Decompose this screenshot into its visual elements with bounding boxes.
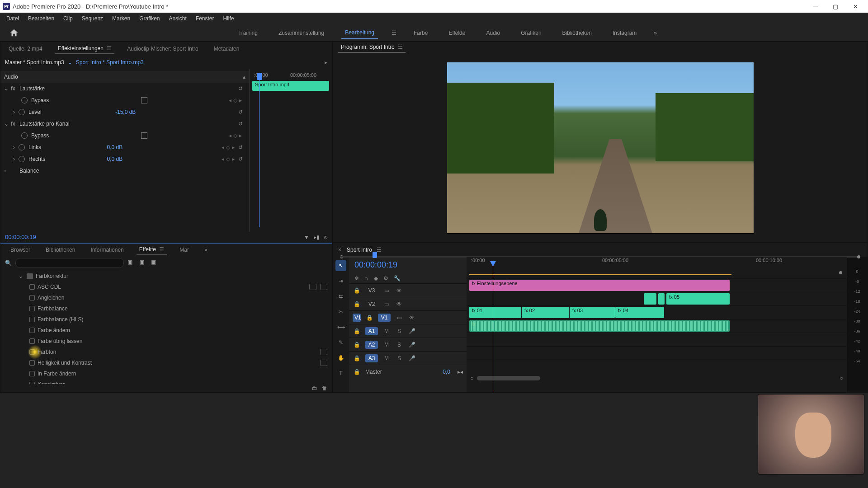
chevron-right-icon[interactable]: › — [13, 144, 19, 150]
tab-program[interactable]: Programm: Sport Intro ☰ — [338, 42, 406, 53]
expand-icon[interactable]: ▸◂ — [458, 369, 463, 375]
pen-tool[interactable]: ✎ — [335, 337, 346, 348]
stopwatch-icon[interactable] — [21, 132, 28, 139]
menu-datei[interactable]: Datei — [2, 14, 24, 23]
mini-playhead[interactable] — [257, 73, 262, 80]
linked-selection-icon[interactable]: ∩ — [364, 275, 368, 282]
delete-icon[interactable]: 🗑 — [322, 385, 327, 391]
workspace-config-icon[interactable]: ☰ — [392, 30, 396, 36]
workspace-audio[interactable]: Audio — [483, 27, 504, 39]
reset-icon[interactable]: ↺ — [238, 156, 245, 162]
tab-menu-icon[interactable]: ☰ — [159, 246, 164, 253]
timeline-hscroll[interactable]: ○○ — [467, 373, 847, 383]
group-lautstaerke-kanal[interactable]: ⌄ fx Lautstärke pro Kanal ↺ — [0, 118, 249, 130]
rechts-value[interactable]: 0,0 dB — [107, 156, 143, 162]
tab-menu-icon[interactable]: ☰ — [107, 45, 112, 52]
menu-ansicht[interactable]: Ansicht — [164, 14, 191, 23]
folder-farbkorrektur[interactable]: ⌄ Farbkorrektur — [0, 271, 332, 282]
track-head-v2[interactable]: 🔒V2▭👁 — [349, 297, 467, 310]
reset-icon[interactable]: ↺ — [238, 144, 245, 150]
filter-icon[interactable]: ▼ — [304, 234, 309, 240]
workspace-farbe[interactable]: Farbe — [410, 27, 431, 39]
reset-icon[interactable]: ↺ — [238, 109, 245, 115]
scrubber-head[interactable] — [373, 252, 377, 258]
track-head-a1[interactable]: 🔒A1MS🎤 — [349, 324, 467, 338]
stopwatch-icon[interactable] — [19, 156, 25, 162]
track-select-tool[interactable]: ⇥ — [335, 276, 346, 286]
workspace-bearbeitung[interactable]: Bearbeitung — [341, 27, 378, 39]
tabs-overflow-icon[interactable]: » — [204, 247, 208, 253]
tab-menu-icon[interactable]: ☰ — [377, 247, 382, 253]
tab-source[interactable]: Quelle: 2.mp4 — [6, 44, 45, 54]
workspace-zusammenstellung[interactable]: Zusammenstellung — [275, 27, 328, 39]
workspace-bibliotheken[interactable]: Bibliotheken — [559, 27, 595, 39]
clip-audio-a1[interactable]: fx — [469, 320, 730, 332]
timeline-timecode[interactable]: 00:00:00:19 — [349, 257, 467, 273]
source-timecode[interactable]: 00:00:00:19 — [0, 232, 41, 242]
chevron-down-icon[interactable]: ⌄ — [4, 85, 9, 92]
group-balance[interactable]: › Balance — [0, 165, 249, 177]
clip-01[interactable]: fx01 — [469, 307, 521, 318]
chevron-down-icon[interactable]: ⌄ — [4, 121, 9, 127]
stopwatch-icon[interactable] — [21, 97, 28, 103]
menu-fenster[interactable]: Fenster — [191, 14, 219, 23]
scroll-up-icon[interactable]: ▴ — [243, 74, 245, 80]
close-button[interactable]: ✕ — [845, 0, 865, 13]
chevron-right-icon[interactable]: › — [13, 156, 19, 162]
workspace-training[interactable]: Training — [235, 27, 261, 39]
reset-icon[interactable]: ↺ — [238, 121, 245, 127]
workspace-effekte[interactable]: Effekte — [445, 27, 469, 39]
new-bin-icon[interactable]: 🗀 — [312, 385, 317, 391]
selection-tool[interactable]: ↖ — [335, 260, 346, 271]
track-head-v3[interactable]: 🔒V3▭👁 — [349, 283, 467, 297]
program-video[interactable] — [333, 53, 868, 243]
effect-farbe-aendern[interactable]: Farbe ändern — [0, 325, 332, 336]
menu-grafiken[interactable]: Grafiken — [135, 14, 164, 23]
fx-badge-icon[interactable]: fx — [9, 85, 17, 92]
hand-tool[interactable]: ✋ — [335, 352, 346, 363]
menu-hilfe[interactable]: Hilfe — [219, 14, 239, 23]
effect-farbbalance-hls[interactable]: Farbbalance (HLS) — [0, 314, 332, 325]
minimize-button[interactable]: ─ — [806, 0, 826, 13]
timeline-playhead[interactable] — [493, 266, 493, 392]
effect-helligkeit-kontrast[interactable]: Helligkeit und Kontrast — [0, 357, 332, 368]
snap-icon[interactable]: ❄ — [354, 275, 359, 282]
track-head-v1[interactable]: V1🔒V1▭👁 — [349, 310, 467, 324]
tab-metadata[interactable]: Metadaten — [211, 44, 242, 54]
workspace-grafiken[interactable]: Grafiken — [517, 27, 545, 39]
menu-bearbeiten[interactable]: Bearbeiten — [24, 14, 59, 23]
preset-type-icon[interactable]: ▣ — [151, 259, 159, 267]
tab-informationen[interactable]: Informationen — [88, 245, 126, 255]
sequence-name[interactable]: Sport Intro — [347, 247, 372, 253]
maximize-button[interactable]: ▢ — [826, 0, 845, 13]
stopwatch-icon[interactable] — [19, 144, 25, 150]
clip-name[interactable]: Sport Intro * Sport Intro.mp3 — [76, 59, 144, 66]
clip-v2-b[interactable] — [658, 293, 665, 305]
effect-kanalmixer[interactable]: Kanalmixer — [0, 379, 332, 384]
tab-effekte[interactable]: Effekte ☰ — [137, 244, 167, 255]
clip-03[interactable]: fx03 — [570, 307, 615, 318]
slip-tool[interactable]: ⟷ — [335, 322, 346, 333]
effect-angleichen[interactable]: Angleichen — [0, 292, 332, 303]
razor-tool[interactable]: ✂ — [335, 306, 346, 317]
export-frame-icon[interactable]: ⎋ — [324, 234, 327, 240]
fx-badge-icon[interactable]: fx — [9, 120, 17, 127]
effect-mini-timeline[interactable]: :00:00 00:00:05:00 Sport Intro.mp3 — [249, 69, 332, 232]
ripple-tool[interactable]: ⇆ — [335, 291, 346, 302]
chevron-right-icon[interactable]: › — [13, 109, 19, 115]
tab-marker[interactable]: Mar — [177, 245, 192, 255]
chevron-down-icon[interactable]: ⌄ — [19, 273, 24, 279]
group-lautstaerke[interactable]: ⌄ fx Lautstärke ↺ — [0, 83, 249, 94]
clip-02[interactable]: fx02 — [522, 307, 569, 318]
tab-menu-icon[interactable]: ☰ — [398, 44, 403, 50]
settings-icon[interactable]: ⚙ — [383, 275, 388, 282]
group-audio[interactable]: Audio ▴ — [0, 71, 249, 83]
marker-icon[interactable]: ◆ — [374, 275, 378, 282]
preset-type-icon[interactable]: ▣ — [139, 259, 147, 267]
links-value[interactable]: 0,0 dB — [107, 144, 143, 150]
track-head-a2[interactable]: 🔒A2MS🎤 — [349, 338, 467, 351]
level-value[interactable]: -15,0 dB — [115, 109, 151, 115]
preset-type-icon[interactable]: ▣ — [127, 259, 136, 267]
effect-asc-cdl[interactable]: ASC CDL — [0, 282, 332, 292]
clip-einstellungsebene[interactable]: fxEinstellungsebene — [469, 280, 730, 291]
